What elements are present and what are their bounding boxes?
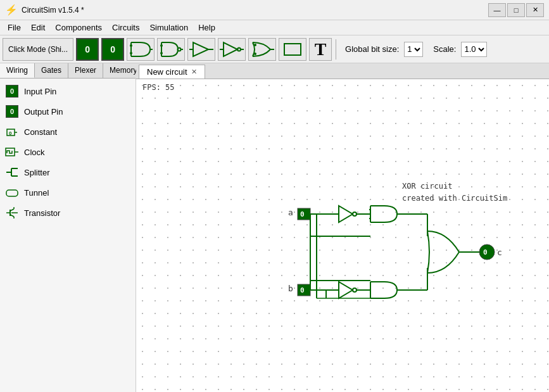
svg-point-1 bbox=[130, 44, 132, 47]
sidebar-item-tunnel[interactable]: Tunnel bbox=[0, 182, 136, 203]
sidebar: Wiring Gates Plexer Memory » 0 Input Pin… bbox=[0, 63, 136, 392]
toolbar-separator bbox=[336, 39, 336, 60]
menu-components[interactable]: Components bbox=[50, 22, 107, 34]
sidebar-item-transistor[interactable]: Transistor bbox=[0, 203, 136, 223]
tab-new-circuit[interactable]: New circuit ✕ bbox=[139, 65, 205, 79]
app-title: CircuitSim v1.5.4 * bbox=[22, 6, 488, 15]
svg-text:c: c bbox=[497, 248, 502, 257]
svg-marker-56 bbox=[339, 282, 353, 298]
minimize-button[interactable]: — bbox=[488, 3, 506, 17]
circuit-canvas[interactable]: FPS: 55 XOR circuit created with Circuit… bbox=[136, 79, 549, 392]
constant-label: Constant bbox=[24, 127, 57, 137]
global-bit-size-select[interactable]: 1 2 4 8 bbox=[404, 42, 423, 57]
splitter-icon bbox=[5, 165, 19, 179]
svg-point-6 bbox=[160, 52, 163, 54]
menu-help[interactable]: Help bbox=[193, 22, 220, 34]
svg-text:b: b bbox=[288, 284, 293, 293]
buffer-gate-toolbar-button[interactable] bbox=[187, 38, 215, 61]
click-mode-button[interactable]: Click Mode (Shi... bbox=[3, 38, 73, 61]
svg-text:a: a bbox=[288, 208, 293, 217]
text-label-toolbar-button[interactable]: T bbox=[309, 38, 332, 61]
svg-marker-43 bbox=[339, 206, 353, 222]
svg-point-2 bbox=[130, 52, 132, 54]
content-tabs: New circuit ✕ bbox=[136, 63, 549, 79]
svg-point-12 bbox=[237, 47, 241, 51]
input-pin-icon: 0 bbox=[5, 84, 19, 98]
svg-marker-8 bbox=[193, 42, 208, 56]
box-component-toolbar-button[interactable] bbox=[279, 38, 306, 61]
menu-bar: File Edit Components Circuits Simulation… bbox=[0, 20, 549, 35]
nand-gate-toolbar-button[interactable] bbox=[157, 38, 185, 61]
title-bar: ⚡ CircuitSim v1.5.4 * — □ ✕ bbox=[0, 0, 549, 20]
svg-marker-11 bbox=[224, 42, 237, 56]
tunnel-label: Tunnel bbox=[24, 188, 49, 198]
svg-point-5 bbox=[160, 44, 163, 47]
output-pin-indicator: 0 bbox=[6, 105, 18, 118]
toolbar: Click Mode (Shi... 0 0 bbox=[0, 35, 549, 63]
sidebar-tabs: Wiring Gates Plexer Memory » bbox=[0, 63, 136, 79]
global-bit-size-label: Global bit size: bbox=[345, 44, 399, 54]
svg-point-3 bbox=[178, 47, 181, 51]
tab-wiring[interactable]: Wiring bbox=[0, 63, 35, 78]
sidebar-item-output-pin[interactable]: 0 Output Pin bbox=[0, 101, 136, 122]
tab-gates[interactable]: Gates bbox=[35, 63, 68, 78]
clock-label: Clock bbox=[24, 148, 45, 157]
sidebar-items-list: 0 Input Pin 0 Output Pin 0 bbox=[0, 79, 136, 392]
and-gate-toolbar-button[interactable] bbox=[127, 38, 155, 61]
tab-close-button[interactable]: ✕ bbox=[191, 68, 197, 76]
svg-text:0: 0 bbox=[300, 210, 305, 218]
tab-plexer[interactable]: Plexer bbox=[68, 63, 103, 78]
content-area: New circuit ✕ FPS: 55 XOR circuit create… bbox=[136, 63, 549, 392]
svg-point-57 bbox=[353, 288, 357, 292]
sidebar-item-splitter[interactable]: Splitter bbox=[0, 162, 136, 182]
scale-select[interactable]: 1.0 0.5 1.5 2.0 bbox=[461, 42, 487, 57]
sidebar-item-clock[interactable]: Clock bbox=[0, 142, 136, 162]
menu-simulation[interactable]: Simulation bbox=[144, 22, 193, 34]
output-pin-toolbar-button[interactable]: 0 bbox=[101, 38, 124, 61]
maximize-button[interactable]: □ bbox=[507, 3, 525, 17]
scale-label: Scale: bbox=[433, 44, 456, 54]
tunnel-icon bbox=[5, 186, 19, 199]
svg-rect-28 bbox=[6, 190, 18, 196]
svg-rect-17 bbox=[284, 44, 301, 55]
svg-point-44 bbox=[353, 212, 357, 216]
svg-text:0: 0 bbox=[9, 130, 12, 136]
svg-point-15 bbox=[254, 44, 256, 46]
clock-icon bbox=[5, 145, 19, 159]
svg-text:0: 0 bbox=[300, 286, 305, 294]
or-gate-toolbar-button[interactable] bbox=[248, 38, 276, 61]
constant-icon: 0 bbox=[5, 125, 19, 139]
input-pin-label: Input Pin bbox=[24, 87, 56, 96]
sidebar-item-input-pin[interactable]: 0 Input Pin bbox=[0, 81, 136, 101]
main-area: Wiring Gates Plexer Memory » 0 Input Pin… bbox=[0, 63, 549, 392]
sidebar-item-constant[interactable]: 0 Constant bbox=[0, 122, 136, 142]
app-icon: ⚡ bbox=[5, 4, 18, 16]
output-pin-icon: 0 bbox=[5, 104, 19, 118]
not-gate-toolbar-button[interactable] bbox=[218, 38, 246, 61]
input-pin-indicator: 0 bbox=[6, 85, 18, 98]
splitter-label: Splitter bbox=[24, 168, 49, 177]
transistor-label: Transistor bbox=[24, 208, 60, 218]
svg-text:0: 0 bbox=[483, 248, 488, 256]
tab-label: New circuit bbox=[147, 67, 187, 77]
input-pin-toolbar-button[interactable]: 0 bbox=[76, 38, 99, 61]
svg-point-16 bbox=[254, 53, 256, 55]
output-pin-label: Output Pin bbox=[24, 107, 63, 117]
menu-circuits[interactable]: Circuits bbox=[107, 22, 144, 34]
window-controls: — □ ✕ bbox=[488, 3, 544, 17]
transistor-icon bbox=[5, 206, 19, 220]
menu-edit[interactable]: Edit bbox=[26, 22, 50, 34]
close-button[interactable]: ✕ bbox=[526, 3, 544, 17]
circuit-diagram: a 0 b 0 bbox=[136, 79, 549, 392]
menu-file[interactable]: File bbox=[3, 22, 26, 34]
